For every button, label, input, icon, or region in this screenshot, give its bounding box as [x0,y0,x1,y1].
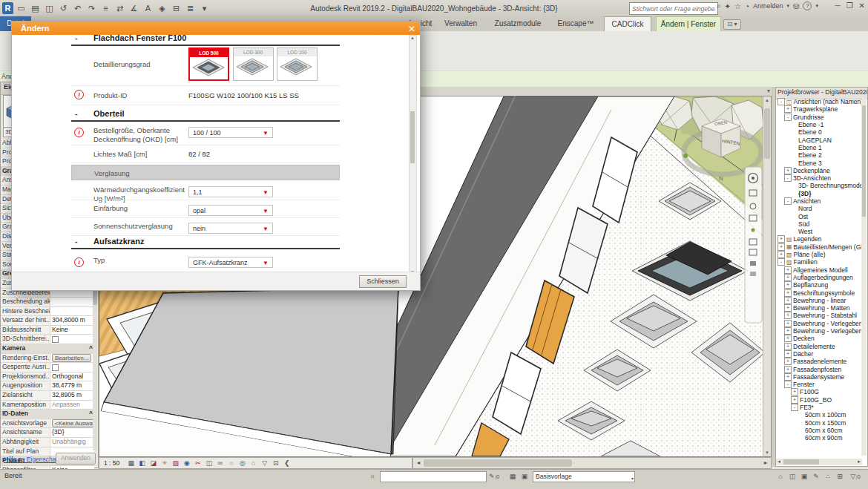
views-icon[interactable]: ▭ [15,2,27,14]
collapse-icon[interactable]: - [777,98,785,105]
tree-item-3d-berechnungsmode[interactable]: 3D- Berechnungsmode [776,182,862,189]
property-value[interactable]: <Keine Auswahl> [50,419,94,428]
close-window-button[interactable]: ✕ [859,1,865,10]
thin-lines-icon[interactable]: ≣ [184,2,197,14]
tree-item-bewehrung-stabstahl[interactable]: +Bewehrung - Stabstahl [776,312,862,319]
press-drag-icon[interactable]: ✎ [811,472,821,481]
sun-path-icon[interactable]: ☀ [160,459,169,467]
tree-item-tragwerkspl-ne[interactable]: +Tragwerkspläne [776,105,862,113]
apply-button[interactable]: Anwenden [56,453,96,465]
tree-item-ost[interactable]: Ost [776,212,862,220]
tree-item-d-cher[interactable]: +Dächer [776,350,862,358]
help-icon[interactable]: ? [803,1,812,10]
filter-icon[interactable]: ▽:0 [846,472,865,481]
param-select-bestellgr-e[interactable]: 100 / 100▼ [188,127,273,138]
tree-item-ebene-3[interactable]: Ebene 3 [776,159,862,166]
crop-view-icon[interactable]: ✂ [193,459,203,467]
properties-section-id-daten[interactable]: ID-Daten^ [1,410,94,419]
signin-label[interactable]: Anmelden [753,2,783,10]
property-button[interactable]: <Keine Auswahl> [52,419,94,427]
expand-icon[interactable]: + [784,304,792,312]
editing-requests-icon[interactable]: ✎:0 [485,472,503,481]
detail-level-icon[interactable]: ◧ [137,459,147,467]
tree-item-ebene-0[interactable]: Ebene 0 [776,128,862,136]
expand-icon[interactable]: + [784,289,792,297]
tab-zusatzmodule[interactable]: Zusatzmodule [488,16,548,31]
collapse-arrow-icon[interactable]: ❮ [282,459,292,467]
property-value[interactable]: 304,8000 m [50,316,94,325]
tree-item-familien[interactable]: -▨Familien [776,258,862,266]
property-value[interactable]: 38,4779 m [50,381,94,390]
expand-icon[interactable]: + [784,350,792,358]
property-value[interactable] [50,363,94,372]
tree-item-detailelemente[interactable]: +Detailelemente [776,343,862,350]
temporary-hide-icon[interactable]: ∞ [215,459,225,467]
property-button[interactable]: Bearbeiten... [52,354,91,362]
property-value[interactable]: Anpassen [50,401,94,410]
property-value[interactable]: Unabhängig [50,438,94,447]
section-header-product[interactable]: - Flachdach Fenster F100 [93,33,186,42]
expand-icon[interactable]: + [784,373,792,381]
favorites-star-icon[interactable]: ☆ [734,2,741,10]
ribbon-state-toggle[interactable]: ⊡ ▾ [723,19,741,30]
tree-item-lageplan[interactable]: LAGEPLAN [776,136,862,143]
help-caret-icon[interactable]: ▾ [815,3,818,9]
tree-item-bewehrung-verlegebereich[interactable]: +Bewehrung - Verlegebereich [776,327,862,335]
expand-icon[interactable]: + [791,388,798,396]
collapse-icon[interactable]: - [784,174,792,182]
tree-item-deckenpl-ne[interactable]: +Deckenpläne [776,167,862,174]
tree-item-bewehrung-linear[interactable]: +Bewehrung - linear [776,297,862,304]
tab-cadclick[interactable]: CADClick [604,16,651,32]
options-collapse-icon[interactable]: ▾ [767,88,770,94]
info-icon[interactable]: i [74,128,84,137]
measure-icon[interactable]: ⇄ [114,2,126,14]
tree-item-bauteillisten-mengen-glied[interactable]: +▦Bauteillisten/Mengen (Glied [776,243,862,251]
expand-icon[interactable]: + [784,266,792,274]
text-icon[interactable]: A [142,2,154,14]
section-header-oberteil[interactable]: - Oberteil [93,109,125,118]
tree-item-50cm-x-100cm[interactable]: 50cm x 100cm [776,411,862,419]
user-icon[interactable]: ◔ [745,2,749,10]
property-checkbox[interactable] [52,364,59,371]
tree-item-60cm-x-90cm[interactable]: 60cm x 90cm [776,434,862,442]
open-icon[interactable]: ▤ [29,2,42,14]
dialog-title-bar[interactable]: Ändern ✕ [12,22,420,35]
tree-item-fe3-[interactable]: -FE3* [776,404,862,411]
tree-item-allgemeines-modell[interactable]: +Allgemeines Modell [776,266,862,274]
collapse-icon[interactable]: - [784,381,792,388]
expand-icon[interactable]: + [784,343,792,350]
expand-icon[interactable]: + [784,366,792,373]
expand-icon[interactable]: + [777,235,785,243]
expand-icon[interactable]: + [784,320,792,327]
tree-item-ansichten-nach-namen-[interactable]: -◫Ansichten (nach Namen) [776,98,862,105]
view-scale[interactable]: 1 : 50 [104,459,119,467]
tree-item-west[interactable]: West [776,228,862,235]
tree-item-60cm-x-60cm[interactable]: 60cm x 60cm [776,427,862,434]
tree-item-s-d[interactable]: Süd [776,220,862,228]
tree-item-fassadenpfosten[interactable]: +Fassadenpfosten [776,365,862,373]
temporary-view-icon[interactable]: ◎ [237,459,247,467]
design-option-combo[interactable]: Basisvorlage▾ [533,471,635,482]
tree-item-legenden[interactable]: +▤Legenden [776,235,862,243]
tree-item-decken[interactable]: +Decken [776,335,862,342]
viewport-horizontal-scrollbar[interactable]: ◄ ► [412,457,772,469]
background-process-icon[interactable]: ∴ [823,472,833,481]
browser-horizontal-scrollbar[interactable]: ◄► [776,459,862,465]
lod-card-lod300[interactable]: LOD 300 [233,47,274,81]
expand-icon[interactable]: + [784,358,792,365]
property-value[interactable] [50,298,94,306]
property-value[interactable]: Orthogonal [50,373,94,381]
collapse-icon[interactable]: - [784,197,792,205]
tree-item-3d-ansichten[interactable]: -3D-Ansichten [776,174,862,182]
search-input[interactable] [629,2,718,15]
lod-card-lod100[interactable]: LOD 100 [277,47,318,81]
expand-icon[interactable]: + [784,312,792,319]
tree-item-auflagerbedingungen[interactable]: +Auflagerbedingungen [776,274,862,281]
minimize-button[interactable]: ─ [835,1,841,10]
sync-icon[interactable]: ↺ [57,2,70,14]
tree-item-ebene-2[interactable]: Ebene 2 [776,151,862,159]
collapse-icon[interactable]: - [791,404,798,411]
rendering-dialog-icon[interactable]: ◉ [182,459,191,467]
analytical-model-icon[interactable]: ⌂ [249,459,258,467]
signin-caret-icon[interactable]: ▾ [787,3,790,9]
